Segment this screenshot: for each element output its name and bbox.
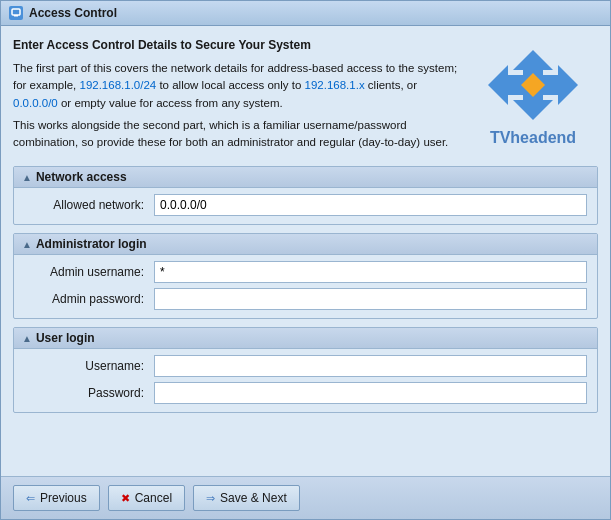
admin-section-body: Admin username: Admin password:: [14, 255, 597, 318]
main-content: Enter Access Control Details to Secure Y…: [1, 26, 610, 476]
admin-section: ▲ Administrator login Admin username: Ad…: [13, 233, 598, 319]
intro-paragraph2: This works alongside the second part, wh…: [13, 117, 458, 152]
password-input[interactable]: [154, 382, 587, 404]
cancel-button[interactable]: ✖ Cancel: [108, 485, 185, 511]
prev-label: Previous: [40, 491, 87, 505]
admin-username-label: Admin username:: [24, 265, 154, 279]
previous-button[interactable]: ⇐ Previous: [13, 485, 100, 511]
user-section: ▲ User login Username: Password:: [13, 327, 598, 413]
user-section-body: Username: Password:: [14, 349, 597, 412]
cancel-icon: ✖: [121, 492, 130, 505]
intro-text: Enter Access Control Details to Secure Y…: [13, 36, 458, 156]
logo-area: TVheadend: [468, 36, 598, 156]
svg-rect-0: [12, 9, 20, 15]
link-network2: 192.168.1.x: [305, 79, 365, 91]
admin-section-header[interactable]: ▲ Administrator login: [14, 234, 597, 255]
admin-username-row: Admin username:: [24, 261, 587, 283]
admin-password-row: Admin password:: [24, 288, 587, 310]
logo-text: TVheadend: [490, 129, 576, 147]
title-bar: Access Control: [1, 1, 610, 26]
password-row: Password:: [24, 382, 587, 404]
username-row: Username:: [24, 355, 587, 377]
user-section-title: User login: [36, 331, 95, 345]
admin-section-title: Administrator login: [36, 237, 147, 251]
username-label: Username:: [24, 359, 154, 373]
intro-heading: Enter Access Control Details to Secure Y…: [13, 36, 458, 54]
link-network1: 192.168.1.0/24: [79, 79, 156, 91]
admin-password-label: Admin password:: [24, 292, 154, 306]
title-text: Access Control: [29, 6, 117, 20]
network-collapse-icon: ▲: [22, 172, 32, 183]
username-input[interactable]: [154, 355, 587, 377]
next-label: Save & Next: [220, 491, 287, 505]
cancel-label: Cancel: [135, 491, 172, 505]
footer: ⇐ Previous ✖ Cancel ⇒ Save & Next: [1, 476, 610, 519]
save-next-button[interactable]: ⇒ Save & Next: [193, 485, 300, 511]
main-window: Access Control Enter Access Control Deta…: [0, 0, 611, 520]
user-collapse-icon: ▲: [22, 333, 32, 344]
user-section-header[interactable]: ▲ User login: [14, 328, 597, 349]
network-section-title: Network access: [36, 170, 127, 184]
intro-section: Enter Access Control Details to Secure Y…: [13, 36, 598, 156]
password-label: Password:: [24, 386, 154, 400]
network-section-body: Allowed network:: [14, 188, 597, 224]
allowed-network-row: Allowed network:: [24, 194, 587, 216]
admin-collapse-icon: ▲: [22, 239, 32, 250]
intro-paragraph1: The first part of this covers the networ…: [13, 60, 458, 112]
next-icon: ⇒: [206, 492, 215, 505]
network-section: ▲ Network access Allowed network:: [13, 166, 598, 225]
allowed-network-label: Allowed network:: [24, 198, 154, 212]
svg-rect-1: [14, 15, 18, 17]
network-section-header[interactable]: ▲ Network access: [14, 167, 597, 188]
allowed-network-input[interactable]: [154, 194, 587, 216]
admin-password-input[interactable]: [154, 288, 587, 310]
link-network3: 0.0.0.0/0: [13, 97, 58, 109]
prev-icon: ⇐: [26, 492, 35, 505]
title-icon: [9, 6, 23, 20]
admin-username-input[interactable]: [154, 261, 587, 283]
tvheadend-logo-graphic: [483, 45, 583, 125]
